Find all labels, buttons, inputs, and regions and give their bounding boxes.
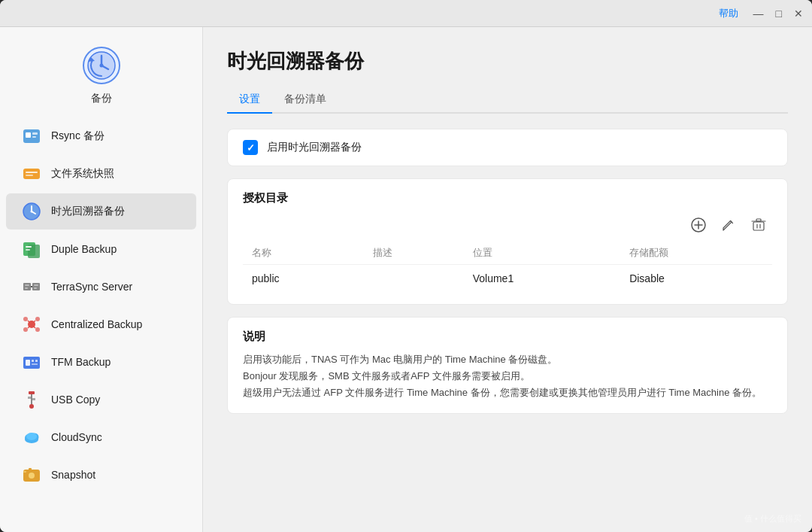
timemachine-icon xyxy=(21,201,42,222)
content-header: 时光回溯器备份 设置 备份清单 xyxy=(203,27,812,114)
svg-rect-11 xyxy=(26,172,38,173)
svg-rect-12 xyxy=(26,175,33,176)
svg-point-31 xyxy=(23,327,28,332)
svg-rect-27 xyxy=(34,287,37,289)
close-button[interactable]: ✕ xyxy=(794,8,803,19)
page-title: 时光回溯器备份 xyxy=(227,48,788,74)
svg-rect-60 xyxy=(756,219,761,221)
sidebar-item-filesystem[interactable]: 文件系统快照 xyxy=(6,156,196,192)
svg-rect-20 xyxy=(26,249,30,251)
svg-rect-22 xyxy=(32,283,40,290)
explanation-line-3: 超级用户无法通过 AFP 文件服务进行 Time Machine 备份，您需要创… xyxy=(243,385,772,401)
svg-rect-9 xyxy=(32,136,36,138)
cloudsync-icon xyxy=(21,427,42,448)
svg-line-36 xyxy=(33,326,35,328)
sidebar-item-snapshot[interactable]: Snapshot xyxy=(6,457,196,493)
sidebar-item-cloudsync-label: CloudSync xyxy=(51,431,102,443)
sidebar-header: 备份 xyxy=(0,27,202,117)
content-area: 时光回溯器备份 设置 备份清单 启用时光回溯器备份 授权目录 xyxy=(203,27,812,532)
svg-rect-10 xyxy=(23,169,40,179)
svg-rect-26 xyxy=(25,287,28,289)
svg-rect-45 xyxy=(28,397,31,399)
sidebar-item-cloudsync[interactable]: CloudSync xyxy=(6,419,196,455)
svg-rect-40 xyxy=(35,360,38,362)
enable-section: 启用时光回溯器备份 xyxy=(227,129,788,166)
main-layout: 备份 Rsync 备份 文件系统快照 xyxy=(0,27,812,532)
col-name: 名称 xyxy=(243,242,364,265)
svg-rect-24 xyxy=(25,284,29,286)
tabs: 设置 备份清单 xyxy=(227,87,788,114)
duple-icon xyxy=(21,239,42,260)
sidebar-item-rsync-label: Rsync 备份 xyxy=(51,129,105,143)
snapshot-icon xyxy=(21,464,42,485)
svg-rect-39 xyxy=(32,360,34,362)
tfm-icon xyxy=(21,351,42,372)
row-location: Volume1 xyxy=(464,265,620,293)
maximize-button[interactable]: □ xyxy=(776,8,782,19)
title-bar: 帮助 — □ ✕ xyxy=(0,0,812,27)
sidebar-item-timemachine-label: 时光回溯器备份 xyxy=(51,205,125,218)
col-location: 位置 xyxy=(464,242,620,265)
svg-rect-19 xyxy=(26,246,32,248)
rsync-icon xyxy=(21,126,42,147)
explanation-text: 启用该功能后，TNAS 可作为 Mac 电脑用户的 Time Machine 备… xyxy=(243,351,772,401)
row-name: public xyxy=(243,265,364,293)
sidebar-item-centralized[interactable]: Centralized Backup xyxy=(6,306,196,342)
svg-rect-38 xyxy=(26,360,30,366)
explanation-title: 说明 xyxy=(243,330,772,344)
svg-point-50 xyxy=(26,433,37,440)
row-quota: Disable xyxy=(620,265,772,293)
svg-rect-8 xyxy=(32,132,38,135)
svg-rect-25 xyxy=(34,284,38,286)
sidebar-item-snapshot-label: Snapshot xyxy=(51,469,95,481)
sidebar-item-tfm[interactable]: TFM Backup xyxy=(6,344,196,380)
svg-point-52 xyxy=(29,473,35,479)
add-directory-button[interactable] xyxy=(688,214,709,236)
content-body: 启用时光回溯器备份 授权目录 xyxy=(203,114,812,532)
sidebar-item-terrasync[interactable]: TerraSync Server xyxy=(6,269,196,305)
sidebar-item-rsync[interactable]: Rsync 备份 xyxy=(6,118,196,154)
svg-rect-58 xyxy=(753,222,764,230)
sidebar-item-terrasync-label: TerraSync Server xyxy=(51,281,132,293)
col-quota: 存储配额 xyxy=(620,242,772,265)
sidebar-item-duple[interactable]: Duple Backup xyxy=(6,231,196,267)
sidebar-item-tfm-label: TFM Backup xyxy=(51,356,111,368)
explanation-line-1: 启用该功能后，TNAS 可作为 Mac 电脑用户的 Time Machine 备… xyxy=(243,351,772,368)
explanation-section: 说明 启用该功能后，TNAS 可作为 Mac 电脑用户的 Time Machin… xyxy=(227,317,788,414)
minimize-button[interactable]: — xyxy=(753,8,764,19)
watermark: 值 • 什么值得买 xyxy=(744,513,801,524)
svg-rect-54 xyxy=(23,471,26,473)
sidebar-section-title: 备份 xyxy=(91,92,112,105)
sidebar-item-usbcopy-label: USB Copy xyxy=(51,394,100,406)
delete-directory-button[interactable] xyxy=(748,214,769,236)
sidebar-item-duple-label: Duple Backup xyxy=(51,243,117,255)
table-actions xyxy=(243,214,772,236)
enable-checkbox[interactable] xyxy=(243,140,258,155)
edit-directory-button[interactable] xyxy=(718,214,739,236)
help-button[interactable]: 帮助 xyxy=(719,7,738,20)
svg-point-44 xyxy=(29,404,34,409)
table-row: public Volume1 Disable xyxy=(243,265,772,293)
sidebar-item-usbcopy[interactable]: USB Copy xyxy=(6,382,196,418)
sidebar-item-timemachine[interactable]: 时光回溯器备份 xyxy=(6,193,196,230)
svg-point-29 xyxy=(23,317,28,321)
tab-backup-list[interactable]: 备份清单 xyxy=(272,87,338,114)
explanation-line-2: Bonjour 发现服务，SMB 文件服务或者AFP 文件服务需要被启用。 xyxy=(243,368,772,385)
tab-settings[interactable]: 设置 xyxy=(227,87,272,114)
app-logo-icon xyxy=(81,45,122,86)
svg-rect-43 xyxy=(31,394,32,405)
svg-rect-46 xyxy=(32,398,35,400)
sidebar-item-filesystem-label: 文件系统快照 xyxy=(51,167,114,181)
svg-rect-21 xyxy=(23,283,31,290)
row-description xyxy=(364,265,464,293)
svg-line-34 xyxy=(33,321,35,323)
svg-rect-41 xyxy=(32,363,38,365)
sidebar: 备份 Rsync 备份 文件系统快照 xyxy=(0,27,203,532)
auth-directory-section: 授权目录 xyxy=(227,178,788,305)
sidebar-item-centralized-label: Centralized Backup xyxy=(51,318,142,330)
enable-label: 启用时光回溯器备份 xyxy=(267,141,362,154)
svg-line-35 xyxy=(28,326,30,328)
filesystem-icon xyxy=(21,163,42,184)
svg-point-30 xyxy=(35,317,40,321)
directory-table: 名称 描述 位置 存储配额 public Volume1 Di xyxy=(243,242,772,292)
